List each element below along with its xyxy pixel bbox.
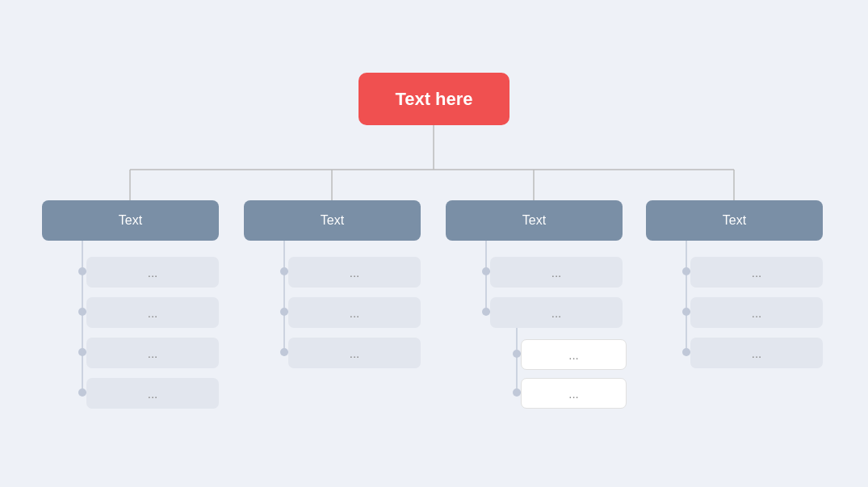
root-node: Text here [359, 73, 509, 125]
col2-child-1: ... [288, 257, 421, 288]
dot-c4-2 [682, 308, 690, 316]
dot-c3-2 [482, 308, 490, 316]
col4-child-3: ... [690, 338, 823, 368]
dot-c1-4 [78, 388, 86, 397]
col4-child-1: ... [690, 257, 823, 288]
dot-c2-3 [280, 348, 288, 356]
dot-c3-4 [513, 388, 521, 397]
col2-header-label: Text [321, 213, 344, 228]
col1-child-4: ... [86, 378, 219, 409]
dot-c4-1 [682, 267, 690, 275]
col2-child-2: ... [288, 297, 421, 328]
root-label: Text here [395, 89, 472, 110]
col3-header-label: Text [522, 213, 546, 228]
col1-child-1: ... [86, 257, 219, 288]
col1-header-label: Text [119, 213, 142, 228]
col3-child-2: ... [490, 297, 623, 328]
dot-c3-1 [482, 267, 490, 275]
col3-header: Text [446, 200, 623, 241]
dot-c1-1 [78, 267, 86, 275]
col2-child-3: ... [288, 338, 421, 368]
col3-child-1: ... [490, 257, 623, 288]
col1-header: Text [42, 200, 219, 241]
col4-header: Text [646, 200, 823, 241]
col2-header: Text [244, 200, 421, 241]
col1-child-3: ... [86, 338, 219, 368]
col4-child-2: ... [690, 297, 823, 328]
dot-c1-2 [78, 308, 86, 316]
org-chart: Text here Text ... ... ... ... Text ... … [0, 0, 868, 487]
col3-child-3: ... [521, 339, 627, 370]
dot-c2-2 [280, 308, 288, 316]
dot-c3-3 [513, 350, 521, 358]
dot-c2-1 [280, 267, 288, 275]
dot-c4-3 [682, 348, 690, 356]
col4-header-label: Text [723, 213, 746, 228]
col1-child-2: ... [86, 297, 219, 328]
col3-child-4: ... [521, 378, 627, 409]
dot-c1-3 [78, 348, 86, 356]
